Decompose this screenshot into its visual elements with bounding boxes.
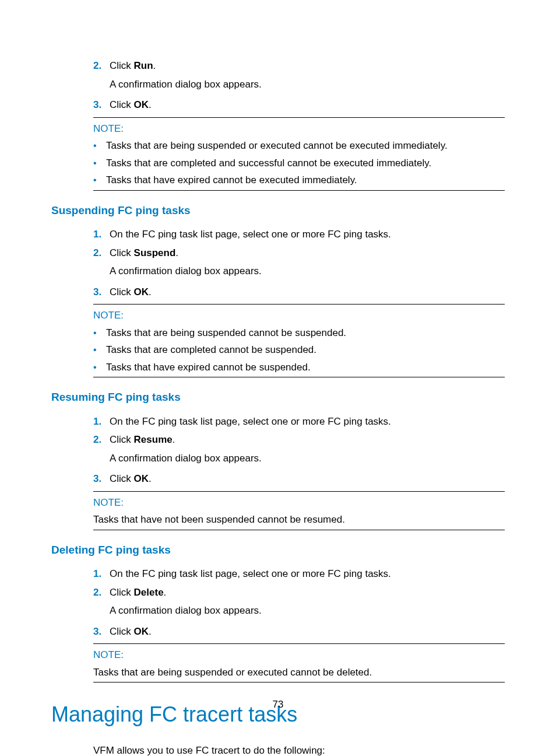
- step-number: 3.: [93, 285, 110, 300]
- note-label: NOTE:: [93, 495, 505, 510]
- step-subtext: A confirmation dialog box appears.: [110, 264, 505, 279]
- note-item: •Tasks that have expired cannot be execu…: [93, 173, 505, 188]
- step-item: 2. Click Suspend.: [93, 246, 505, 261]
- note-item: •Tasks that are being suspended or execu…: [93, 138, 505, 153]
- step-number: 3.: [93, 97, 110, 113]
- step-text: Click OK.: [110, 97, 505, 113]
- step-item: 1. On the FC ping task list page, select…: [93, 566, 505, 582]
- step-text: Click Suspend.: [110, 246, 505, 261]
- step-item: 2. Click Run.: [93, 58, 505, 74]
- step-item: 1. On the FC ping task list page, select…: [93, 227, 505, 242]
- step-text: On the FC ping task list page, select on…: [110, 566, 505, 582]
- step-text: Click OK.: [110, 624, 505, 639]
- tracert-intro: VFM allows you to use FC tracert to do t…: [93, 743, 505, 756]
- heading-suspending: Suspending FC ping tasks: [51, 202, 505, 219]
- note-label: NOTE:: [93, 121, 505, 136]
- step-number: 1.: [93, 566, 110, 582]
- step-number: 2.: [93, 58, 110, 74]
- note-block: NOTE: Tasks that have not been suspended…: [93, 491, 505, 530]
- page-number: 73: [0, 697, 556, 712]
- note-block: NOTE: Tasks that are being suspended or …: [93, 643, 505, 682]
- step-number: 1.: [93, 227, 110, 242]
- step-text: Click Delete.: [110, 585, 505, 600]
- step-number: 1.: [93, 414, 110, 429]
- step-number: 2.: [93, 432, 110, 447]
- step-text: On the FC ping task list page, select on…: [110, 227, 505, 242]
- step-text: Click OK.: [110, 471, 505, 487]
- step-text: Click OK.: [110, 285, 505, 300]
- top-steps: 2. Click Run. A confirmation dialog box …: [93, 58, 505, 191]
- note-text: Tasks that are being suspended or execut…: [93, 665, 505, 680]
- step-item: 1. On the FC ping task list page, select…: [93, 414, 505, 429]
- heading-deleting: Deleting FC ping tasks: [51, 542, 505, 559]
- note-block: NOTE: •Tasks that are being suspended ca…: [93, 304, 505, 377]
- step-subtext: A confirmation dialog box appears.: [110, 451, 505, 466]
- step-item: 3. Click OK.: [93, 471, 505, 487]
- step-item: 2. Click Resume.: [93, 432, 505, 447]
- step-item: 3. Click OK.: [93, 624, 505, 639]
- step-number: 2.: [93, 246, 110, 261]
- note-item: •Tasks that are completed cannot be susp…: [93, 342, 505, 358]
- heading-resuming: Resuming FC ping tasks: [51, 389, 505, 406]
- step-item: 2. Click Delete.: [93, 585, 505, 600]
- note-block: NOTE: •Tasks that are being suspended or…: [93, 117, 505, 191]
- step-number: 3.: [93, 624, 110, 639]
- note-item: •Tasks that have expired cannot be suspe…: [93, 360, 505, 375]
- step-subtext: A confirmation dialog box appears.: [110, 77, 505, 92]
- step-text: Click Run.: [110, 58, 505, 74]
- step-number: 3.: [93, 471, 110, 487]
- step-number: 2.: [93, 585, 110, 600]
- note-label: NOTE:: [93, 308, 505, 323]
- note-label: NOTE:: [93, 648, 505, 663]
- note-item: •Tasks that are being suspended cannot b…: [93, 326, 505, 341]
- step-text: On the FC ping task list page, select on…: [110, 414, 505, 429]
- note-text: Tasks that have not been suspended canno…: [93, 512, 505, 527]
- step-text: Click Resume.: [110, 432, 505, 447]
- step-item: 3. Click OK.: [93, 285, 505, 300]
- step-subtext: A confirmation dialog box appears.: [110, 603, 505, 618]
- note-item: •Tasks that are completed and successful…: [93, 156, 505, 171]
- step-item: 3. Click OK.: [93, 97, 505, 113]
